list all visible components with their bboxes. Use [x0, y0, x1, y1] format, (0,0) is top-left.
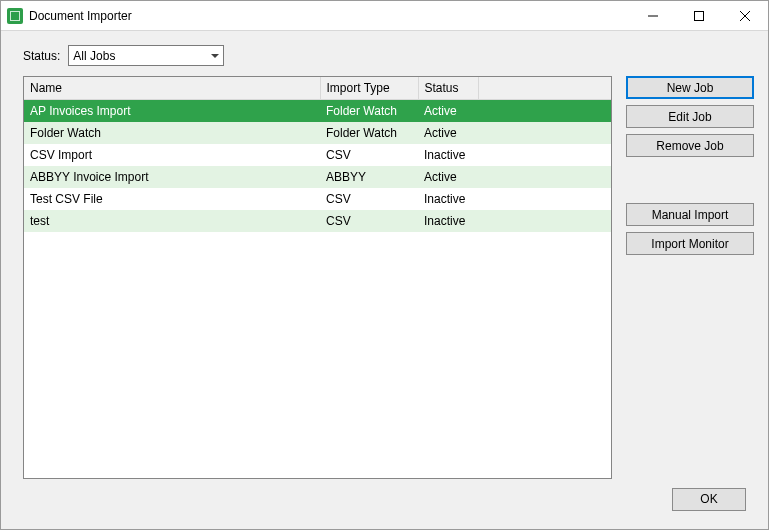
cell-name: ABBYY Invoice Import	[24, 166, 320, 188]
manual-import-button[interactable]: Manual Import	[626, 203, 754, 226]
new-job-button[interactable]: New Job	[626, 76, 754, 99]
cell-spacer	[478, 144, 611, 166]
titlebar: Document Importer	[1, 1, 768, 31]
svg-line-3	[740, 11, 750, 21]
table-row[interactable]: CSV ImportCSVInactive	[24, 144, 611, 166]
window-title: Document Importer	[29, 9, 630, 23]
cell-name: Test CSV File	[24, 188, 320, 210]
cell-name: CSV Import	[24, 144, 320, 166]
cell-name: test	[24, 210, 320, 232]
minimize-button[interactable]	[630, 1, 676, 30]
cell-status: Inactive	[418, 144, 478, 166]
cell-spacer	[478, 166, 611, 188]
cell-spacer	[478, 122, 611, 144]
cell-import_type: CSV	[320, 210, 418, 232]
cell-import_type: ABBYY	[320, 166, 418, 188]
cell-spacer	[478, 100, 611, 122]
minimize-icon	[648, 11, 658, 21]
import-monitor-button[interactable]: Import Monitor	[626, 232, 754, 255]
cell-import_type: Folder Watch	[320, 122, 418, 144]
cell-status: Active	[418, 100, 478, 122]
col-header-spacer	[478, 77, 611, 100]
ok-button[interactable]: OK	[672, 488, 746, 511]
table-row[interactable]: ABBYY Invoice ImportABBYYActive	[24, 166, 611, 188]
table-row[interactable]: Test CSV FileCSVInactive	[24, 188, 611, 210]
status-filter-label: Status:	[23, 49, 60, 63]
col-header-import-type[interactable]: Import Type	[320, 77, 418, 100]
cell-status: Active	[418, 122, 478, 144]
table-header-row: Name Import Type Status	[24, 77, 611, 100]
app-icon	[7, 8, 23, 24]
jobs-table-wrap: Name Import Type Status AP Invoices Impo…	[23, 76, 612, 479]
col-header-name[interactable]: Name	[24, 77, 320, 100]
filter-row: Status: All Jobs	[23, 45, 754, 66]
cell-import_type: Folder Watch	[320, 100, 418, 122]
cell-status: Inactive	[418, 188, 478, 210]
cell-status: Active	[418, 166, 478, 188]
side-buttons: New Job Edit Job Remove Job Manual Impor…	[626, 76, 754, 479]
maximize-icon	[694, 11, 704, 21]
cell-name: AP Invoices Import	[24, 100, 320, 122]
maximize-button[interactable]	[676, 1, 722, 30]
svg-rect-1	[695, 11, 704, 20]
edit-job-button[interactable]: Edit Job	[626, 105, 754, 128]
cell-status: Inactive	[418, 210, 478, 232]
cell-spacer	[478, 210, 611, 232]
cell-spacer	[478, 188, 611, 210]
jobs-table[interactable]: Name Import Type Status AP Invoices Impo…	[24, 77, 611, 232]
chevron-down-icon	[211, 54, 219, 58]
window: Document Importer Status: All Jobs	[0, 0, 769, 530]
client-area: Status: All Jobs Name	[1, 31, 768, 529]
remove-job-button[interactable]: Remove Job	[626, 134, 754, 157]
col-header-status[interactable]: Status	[418, 77, 478, 100]
table-row[interactable]: AP Invoices ImportFolder WatchActive	[24, 100, 611, 122]
button-gap	[626, 163, 754, 197]
close-button[interactable]	[722, 1, 768, 30]
cell-import_type: CSV	[320, 144, 418, 166]
cell-import_type: CSV	[320, 188, 418, 210]
close-icon	[740, 11, 750, 21]
table-row[interactable]: testCSVInactive	[24, 210, 611, 232]
table-row[interactable]: Folder WatchFolder WatchActive	[24, 122, 611, 144]
main-row: Name Import Type Status AP Invoices Impo…	[23, 76, 754, 479]
svg-line-2	[740, 11, 750, 21]
cell-name: Folder Watch	[24, 122, 320, 144]
status-filter-combo[interactable]: All Jobs	[68, 45, 224, 66]
footer: OK	[15, 479, 754, 519]
status-filter-value: All Jobs	[73, 49, 115, 63]
window-controls	[630, 1, 768, 30]
